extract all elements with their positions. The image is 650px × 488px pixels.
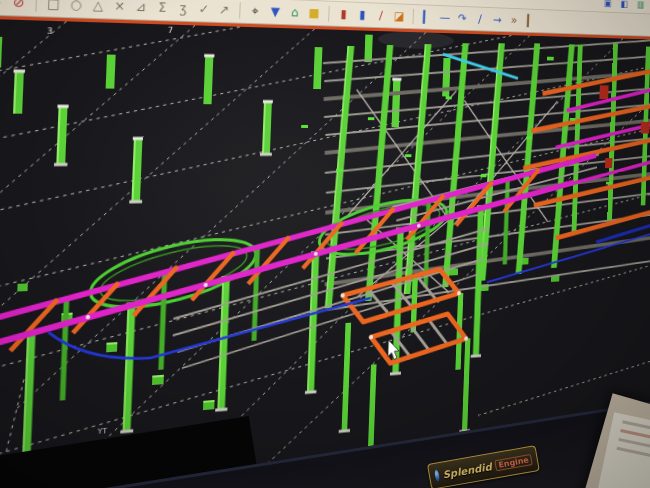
component-icon[interactable]: ⌂ <box>286 3 304 22</box>
sigma-tool-icon[interactable]: Σ <box>152 0 172 17</box>
hline-icon[interactable]: — <box>437 9 454 27</box>
arrow2-icon[interactable]: → <box>489 11 505 29</box>
sticker-orb-icon <box>434 469 440 481</box>
rebar-wave-icon[interactable]: ∿ <box>0 0 6 12</box>
toolbar-separator <box>328 6 330 22</box>
polyline-icon[interactable]: ▎ <box>419 8 436 26</box>
doc-icon[interactable]: ▣ <box>602 0 614 11</box>
grid-label: YT <box>96 427 108 437</box>
triangle-tool-icon[interactable]: △ <box>88 0 108 15</box>
mark-icon[interactable]: ▎ <box>523 12 539 29</box>
arc-icon[interactable]: ↷ <box>454 9 470 27</box>
dense-structure <box>301 25 650 311</box>
grid-label: 7 <box>168 25 174 35</box>
corner-tool-icon[interactable]: ⊿ <box>131 0 151 17</box>
grid-icon[interactable]: ◧ <box>618 0 630 11</box>
filter-icon[interactable]: ▼ <box>266 2 284 21</box>
splendid-sticker: Splendid Engine <box>427 445 540 488</box>
circle-tool-icon[interactable]: ○ <box>66 0 87 14</box>
check-tool-icon[interactable]: ✓ <box>194 0 213 19</box>
bolt-blue-icon[interactable]: ▮ <box>354 6 371 24</box>
cross-tool-icon[interactable]: × <box>110 0 130 16</box>
tools-icon[interactable]: ⌖ <box>246 1 265 20</box>
bolt-red-icon[interactable]: ▮ <box>335 5 353 23</box>
toolbar-separator <box>35 0 37 12</box>
weld-poly-icon[interactable]: ◪ <box>391 7 408 25</box>
grid-label: 3 <box>47 26 53 36</box>
weld-icon[interactable]: ∕ <box>372 6 389 24</box>
toolbar-separator <box>412 9 413 25</box>
pen-icon[interactable]: ▥ <box>635 0 647 12</box>
slash-icon[interactable]: ∕ <box>472 10 488 28</box>
arrow-tool-icon[interactable]: ↗ <box>215 0 234 19</box>
chevrons-icon[interactable]: » <box>506 12 522 29</box>
no-symbol-icon[interactable]: ⊘ <box>8 0 29 13</box>
note-icon[interactable]: ■ <box>305 4 323 23</box>
toolbar-separator <box>239 2 241 18</box>
cad-application-screen: ▣ ◧ ▥ ◨ ▤ ◠ ◡ ∿ ⊘ □ ○ △ × ⊿ Σ ʒ ✓ ↗ ⌖ ▼ … <box>0 0 650 488</box>
photo-of-monitor: ▣ ◧ ▥ ◨ ▤ ◠ ◡ ∿ ⊘ □ ○ △ × ⊿ Σ ʒ ✓ ↗ ⌖ ▼ … <box>0 0 650 488</box>
cyan-beam <box>442 54 519 78</box>
rect-tool-icon[interactable]: □ <box>43 0 64 14</box>
spline-tool-icon[interactable]: ʒ <box>173 0 192 18</box>
